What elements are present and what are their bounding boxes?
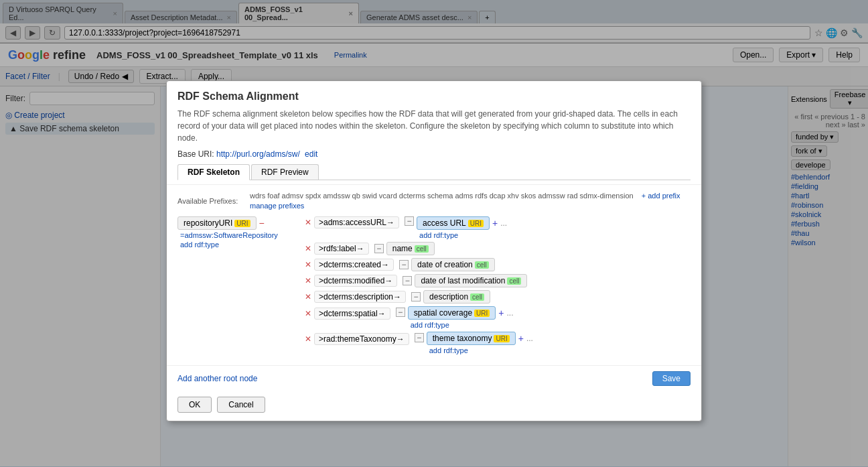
spatial-coverage-plus[interactable]: + [498, 308, 504, 318]
pred-obj-row-1: ✕ >adms:accessURL→ − access URL [305, 216, 533, 239]
prefix-amdssw: amdssw [323, 192, 350, 200]
prefix-admsv: admsv [282, 192, 303, 200]
prefix-adms: adms [455, 192, 473, 200]
modal-bottom-buttons: OK Cancel [167, 391, 701, 421]
pred-1-box[interactable]: >adms:accessURL→ [314, 216, 399, 228]
obj-1-minus[interactable]: − [405, 216, 414, 226]
pred-5-remove[interactable]: ✕ [305, 292, 311, 302]
prefix-rdfs: rdfs [475, 192, 487, 200]
pred-row-4: ✕ >dcterms:modified→ [305, 275, 397, 287]
modal-overlay: RDF Schema Alignment The RDF schema alig… [0, 0, 868, 466]
prefixes-label: Available Prefixes: [177, 197, 244, 205]
access-url-add-rdf[interactable]: add rdf:type [419, 231, 507, 239]
pred-obj-row-5: ✕ >dcterms:description→ − description ce… [305, 290, 533, 304]
access-url-plus[interactable]: + [492, 218, 498, 228]
date-created-node[interactable]: date of creation cell [411, 258, 495, 271]
prefix-wdrs: wdrs [250, 192, 265, 200]
schema-body: Available Prefixes: wdrs foaf admsv spdx… [167, 185, 701, 365]
pred-6-box[interactable]: >dcterms:spatial→ [314, 308, 390, 320]
pred-3-remove[interactable]: ✕ [305, 260, 311, 269]
name-type: cell [415, 245, 429, 253]
prefix-foaf: foaf [267, 192, 279, 200]
access-url-node[interactable]: access URL URI [417, 216, 490, 230]
name-node[interactable]: name cell [386, 242, 435, 255]
pred-row-5: ✕ >dcterms:description→ [305, 291, 406, 303]
obj-col-1: access URL URI + ... add rdf:type [417, 216, 507, 239]
spatial-coverage-add-rdf[interactable]: add rdf:type [411, 321, 514, 329]
pred-2-remove[interactable]: ✕ [305, 244, 311, 253]
theme-taxonomy-node[interactable]: theme taxonomy URI [427, 332, 516, 345]
rdf-schema-modal: RDF Schema Alignment The RDF schema alig… [166, 80, 702, 421]
theme-taxonomy-add-rdf[interactable]: add rdf:type [429, 346, 533, 354]
pred-7-remove[interactable]: ✕ [305, 334, 311, 344]
obj-4-minus[interactable]: − [403, 276, 412, 285]
pred-4-remove[interactable]: ✕ [305, 276, 311, 285]
pred-obj-row-4: ✕ >dcterms:modified→ − date of last modi… [305, 274, 533, 287]
prefix-sdmx: sdmx-dimension [580, 192, 634, 200]
spatial-coverage-label: spatial coverage [414, 308, 472, 318]
obj-6-header: spatial coverage URI + ... [408, 306, 514, 320]
spatial-coverage-node[interactable]: spatial coverage URI [408, 306, 496, 320]
tab-rdf-skeleton[interactable]: RDF Skeleton [177, 164, 250, 180]
pred-6-remove[interactable]: ✕ [305, 309, 311, 318]
root-node-add-rdf[interactable]: add rdf:type [180, 241, 298, 249]
prefix-dcap: dcap [490, 192, 506, 200]
repository-uri-node[interactable]: repositoryURI URI [177, 216, 257, 230]
schema-tree: repositoryURI URI − =admssw:SoftwareRepo… [177, 216, 691, 357]
modal-title: RDF Schema Alignment [177, 90, 691, 103]
obj-6-minus[interactable]: − [396, 308, 405, 317]
date-created-label: date of creation [417, 260, 473, 269]
base-uri-row: Base URI: http://purl.org/adms/sw/ edit [177, 149, 691, 159]
pred-obj-row-2: ✕ >rdfs:label→ − name cell [305, 242, 533, 255]
pred-2-box[interactable]: >rdfs:label→ [314, 243, 369, 255]
add-root-node-link[interactable]: Add another root node [177, 374, 257, 383]
obj-1-header: access URL URI + ... [417, 216, 507, 230]
theme-taxonomy-dots[interactable]: ... [526, 334, 533, 343]
obj-5-minus[interactable]: − [411, 292, 421, 302]
prefix-spdx: spdx [305, 192, 321, 200]
minus-sq-6: − [396, 308, 405, 317]
minus-sq-3: − [399, 260, 409, 269]
pred-4-box[interactable]: >dcterms:modified→ [314, 275, 397, 287]
theme-taxonomy-type: URI [494, 335, 509, 342]
pred-obj-row-6: ✕ >dcterms:spatial→ − spatial coverage [305, 306, 533, 329]
spatial-coverage-dots[interactable]: ... [507, 308, 514, 318]
root-node-subtype: =admssw:SoftwareRepository [180, 231, 298, 239]
prefix-xhv: xhv [508, 192, 519, 200]
tab-rdf-preview[interactable]: RDF Preview [251, 164, 319, 180]
obj-3-minus[interactable]: − [399, 260, 409, 269]
prefix-tags: wdrs foaf admsv spdx amdssw qb swid vcar… [250, 192, 691, 210]
manage-prefixes-link[interactable]: manage prefixes [250, 202, 304, 210]
pred-7-box[interactable]: >rad:themeTaxonomy→ [314, 333, 409, 345]
obj-7-minus[interactable]: − [415, 333, 424, 342]
date-modified-label: date of last modification [421, 276, 505, 285]
prefix-dcterms: dcterms [399, 192, 425, 200]
access-url-type: URI [468, 220, 484, 227]
minus-sq-5: − [411, 292, 421, 302]
pred-3-box[interactable]: >dcterms:created→ [314, 259, 394, 271]
add-prefix-link[interactable]: + add prefix [642, 192, 680, 200]
minus-sq-2: − [374, 244, 384, 253]
root-node-minus[interactable]: − [259, 218, 265, 228]
base-uri-edit-link[interactable]: edit [305, 149, 317, 159]
prefix-qb: qb [352, 192, 360, 200]
date-modified-node[interactable]: date of last modification cell [415, 274, 527, 287]
minus-sq-4: − [403, 276, 412, 285]
pred-1-remove[interactable]: ✕ [305, 218, 311, 227]
base-uri-value[interactable]: http://purl.org/adms/sw/ [216, 149, 300, 159]
obj-2-minus[interactable]: − [374, 244, 384, 253]
save-button[interactable]: Save [652, 371, 691, 386]
theme-taxonomy-plus[interactable]: + [518, 333, 524, 344]
pred-row-2: ✕ >rdfs:label→ [305, 243, 369, 255]
pred-5-box[interactable]: >dcterms:description→ [314, 291, 406, 303]
ok-button[interactable]: OK [177, 397, 212, 413]
pred-row-3: ✕ >dcterms:created→ [305, 259, 394, 271]
description-label: description [429, 292, 468, 302]
obj-col-7: theme taxonomy URI + ... add rdf:type [427, 332, 533, 354]
description-node[interactable]: description cell [423, 290, 490, 304]
description-type: cell [470, 293, 484, 301]
cancel-button[interactable]: Cancel [217, 397, 265, 413]
access-url-dots[interactable]: ... [500, 218, 507, 228]
prefix-swid: swid [362, 192, 377, 200]
pred-row-7: ✕ >rad:themeTaxonomy→ [305, 333, 409, 345]
